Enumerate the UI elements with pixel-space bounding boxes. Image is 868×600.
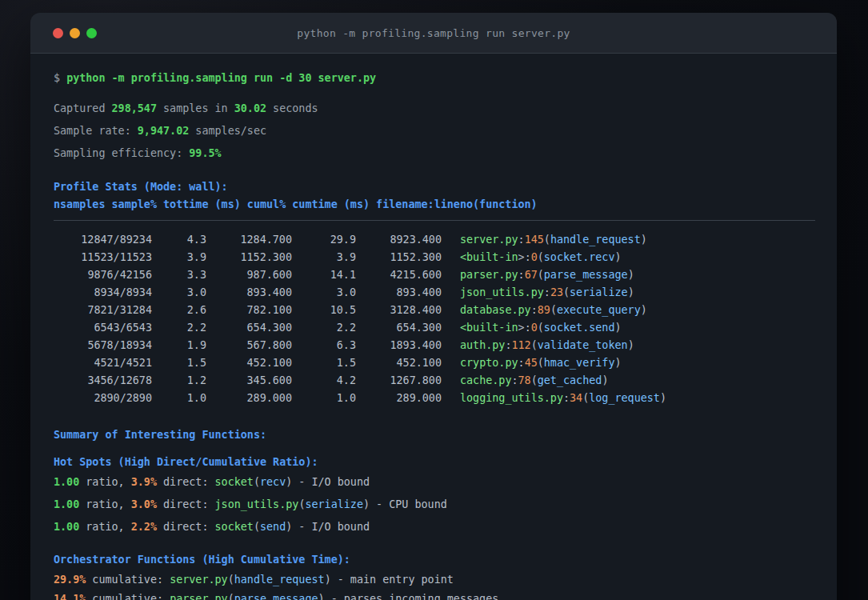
file-name: cache.py <box>460 374 512 386</box>
tottime-cell: 893.400 <box>206 284 292 302</box>
terminal-output[interactable]: $ python -m profiling.sampling run -d 30… <box>30 54 837 600</box>
fileref-cell: logging_utils.py:34(log_request) <box>460 390 666 407</box>
profile-table: 12847/892344.31284.70029.98923.400server… <box>54 231 815 407</box>
file-name: <built-in <box>460 322 518 334</box>
profile-row: 3456/126781.2345.6004.21267.800cache.py:… <box>54 372 815 390</box>
fileref-cell: parser.py:67(parse_message) <box>460 266 634 284</box>
fileref-cell: crypto.py:45(hmac_verify) <box>460 354 622 372</box>
punctuation: ( <box>228 574 234 586</box>
file-name: parser.py <box>460 269 518 281</box>
minimize-button[interactable] <box>70 28 80 38</box>
orchestrator-list: 29.9% cumulative: server.py(handle_reque… <box>54 571 815 600</box>
line-number: 145 <box>525 234 544 246</box>
close-button[interactable] <box>53 28 63 38</box>
cumul-pct-cell: 14.1 <box>292 266 356 284</box>
direct-label: direct: <box>157 521 215 533</box>
stats-line: Sampling efficiency: 99.5% <box>54 145 815 162</box>
ratio-label: ratio, <box>79 521 131 533</box>
punctuation: : <box>563 392 570 404</box>
nsamples-cell: 6543/6543 <box>54 319 152 337</box>
punctuation: > <box>518 322 525 334</box>
cumtime-cell: 3128.400 <box>356 302 442 319</box>
sample-pct-cell: 3.3 <box>152 266 206 284</box>
line-number: 23 <box>550 286 563 298</box>
function-name: socket.recv <box>544 251 615 263</box>
function-name: execute_query <box>557 304 641 316</box>
hotspot-item: 1.00 ratio, 3.9% direct: socket(recv) - … <box>54 474 815 491</box>
profile-stats-heading: Profile Stats (Mode: wall): <box>54 178 815 196</box>
cumul-pct-cell: 3.9 <box>292 249 356 266</box>
stats-segment: 9,947.02 <box>138 125 190 137</box>
cumtime-cell: 8923.400 <box>356 231 442 249</box>
punctuation: : <box>518 357 525 369</box>
punctuation: : <box>512 374 518 386</box>
maximize-button[interactable] <box>86 28 97 38</box>
punctuation: ( <box>531 374 538 386</box>
module-name: server.py <box>170 574 228 586</box>
direct-pct-value: 3.0% <box>131 498 157 510</box>
punctuation: ) <box>615 357 622 369</box>
module-name: parser.py <box>170 593 228 600</box>
nsamples-cell: 7821/31284 <box>54 302 152 319</box>
punctuation: : <box>518 269 525 281</box>
punctuation: ) <box>628 269 634 281</box>
punctuation: ( <box>544 234 550 246</box>
punctuation: ( <box>254 476 260 488</box>
fileref-cell: database.py:89(execute_query) <box>460 302 647 319</box>
function-name: log_request <box>589 392 660 404</box>
cumulative-pct-value: 29.9% <box>54 574 86 586</box>
tottime-cell: 289.000 <box>206 390 292 407</box>
tottime-cell: 654.300 <box>206 319 292 337</box>
ratio-value: 1.00 <box>54 521 79 533</box>
line-number: 67 <box>525 269 538 281</box>
cumtime-cell: 1267.800 <box>356 372 442 390</box>
punctuation: ( <box>228 593 234 600</box>
nsamples-cell: 11523/11523 <box>54 249 152 266</box>
stats-segment: 298,547 <box>112 102 157 114</box>
sample-pct-cell: 1.9 <box>152 337 206 354</box>
orchestrators-heading: Orchestrator Functions (High Cumulative … <box>54 551 815 569</box>
function-name: parse_message <box>544 269 628 281</box>
cumtime-cell: 452.100 <box>356 354 442 372</box>
stats-segment: Sampling efficiency: <box>54 147 189 159</box>
nsamples-cell: 5678/18934 <box>54 337 152 354</box>
line-number: 112 <box>512 339 531 351</box>
command-text: python -m profiling.sampling run -d 30 s… <box>66 72 376 84</box>
punctuation: ) <box>615 251 622 263</box>
stats-segment: Sample rate: <box>54 125 138 137</box>
punctuation: ( <box>538 357 544 369</box>
nsamples-cell: 8934/8934 <box>54 284 152 302</box>
hotspot-item: 1.00 ratio, 2.2% direct: socket(send) - … <box>54 518 815 536</box>
function-name: serialize <box>570 286 628 298</box>
module-name: socket <box>215 521 254 533</box>
fileref-cell: server.py:145(handle_request) <box>460 231 647 249</box>
fileref-cell: cache.py:78(get_cached) <box>460 372 608 390</box>
item-note: - parses incoming messages <box>325 593 499 600</box>
stats-line: Sample rate: 9,947.02 samples/sec <box>54 122 815 140</box>
capture-stats: Captured 298,547 samples in 30.02 second… <box>54 100 815 162</box>
function-name: get_cached <box>538 374 602 386</box>
profile-row: 12847/892344.31284.70029.98923.400server… <box>54 231 815 249</box>
orchestrator-item: 14.1% cumulative: parser.py(parse_messag… <box>54 590 815 600</box>
ratio-value: 1.00 <box>54 498 79 510</box>
punctuation: : <box>525 251 531 263</box>
tottime-cell: 345.600 <box>206 372 292 390</box>
punctuation: ) <box>318 593 325 600</box>
punctuation: : <box>544 286 550 298</box>
cumul-pct-cell: 1.5 <box>292 354 356 372</box>
stats-segment: seconds <box>266 102 318 114</box>
sample-pct-cell: 2.2 <box>152 319 206 337</box>
stats-segment: Captured <box>54 102 112 114</box>
window-titlebar[interactable]: python -m profiling.sampling run server.… <box>30 13 837 54</box>
cumul-pct-cell: 29.9 <box>292 231 356 249</box>
direct-label: direct: <box>157 476 215 488</box>
punctuation: : <box>518 234 525 246</box>
function-name: recv <box>260 476 286 488</box>
nsamples-cell: 12847/89234 <box>54 231 152 249</box>
line-number: 34 <box>570 392 582 404</box>
punctuation: : <box>531 304 538 316</box>
punctuation: ) <box>602 374 608 386</box>
sample-pct-cell: 1.0 <box>152 390 206 407</box>
cumulative-label: cumulative: <box>86 574 170 586</box>
item-note: - CPU bound <box>370 498 447 510</box>
